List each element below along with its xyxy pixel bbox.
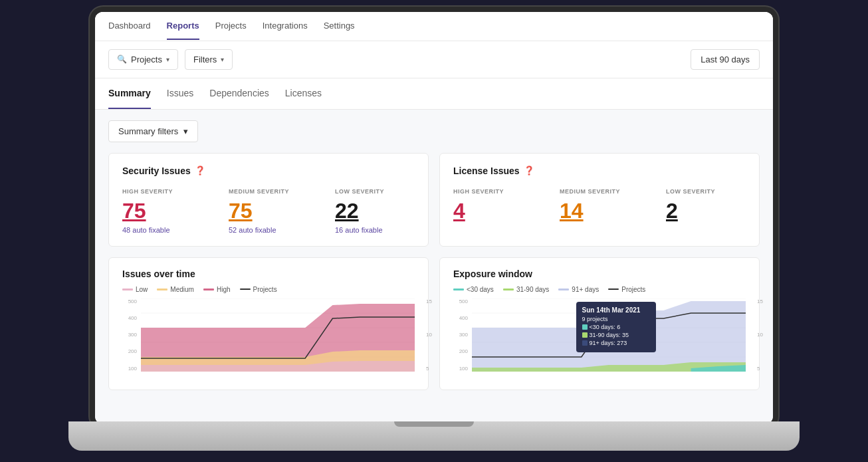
license-medium-label: MEDIUM SEVERITY <box>560 188 639 195</box>
tooltip-lt30-row: <30 days: 6 <box>582 324 650 330</box>
security-low-col: LOW SEVERITY 22 16 auto fixable <box>335 188 415 234</box>
main-content: Summary filters ▾ Security Issues ❓ <box>95 110 773 424</box>
issues-chart-svg-container[interactable]: 15 10 5 <box>141 298 415 372</box>
tooltip-projects: 9 projects <box>582 316 650 322</box>
legend-lt30: <30 days <box>453 286 494 293</box>
nav-dashboard[interactable]: Dashboard <box>108 13 151 40</box>
projects-color-dot <box>240 289 251 290</box>
exposure-window-legend: <30 days 31-90 days 91+ days <box>453 286 746 293</box>
filters-label: Filters <box>193 55 217 64</box>
right-axis-labels: 15 10 5 <box>426 298 432 372</box>
legend-31-90: 31-90 days <box>503 286 549 293</box>
exposure-chart-svg-container[interactable]: Sun 14th Mar 2021 9 projects <30 days: 6… <box>472 298 746 372</box>
license-issues-card: License Issues ❓ HIGH SEVERITY 4 MEDIUM … <box>439 153 760 247</box>
nav-integrations[interactable]: Integrations <box>263 13 308 40</box>
toolbar-left: 🔍 Projects ▾ Filters ▾ <box>108 49 233 70</box>
legend-medium: Medium <box>157 286 194 293</box>
exposure-right-labels: 15 10 5 <box>757 298 763 372</box>
security-high-value[interactable]: 75 <box>122 199 202 223</box>
security-severity-row: HIGH SEVERITY 75 48 auto fixable MEDIUM … <box>122 188 415 234</box>
top-nav: Dashboard Reports Projects Integrations … <box>95 12 773 41</box>
license-low-label: LOW SEVERITY <box>666 188 746 195</box>
license-high-value[interactable]: 4 <box>453 199 533 223</box>
security-medium-auto[interactable]: 52 auto fixable <box>229 226 308 234</box>
legend-high: High <box>203 286 231 293</box>
charts-section: Issues over time Low Medium <box>108 257 760 390</box>
tooltip-91plus-row: 91+ days: 273 <box>582 340 650 346</box>
license-medium-col: MEDIUM SEVERITY 14 <box>560 188 639 226</box>
tooltip-31-90-row: 31-90 days: 35 <box>582 332 650 338</box>
security-medium-col: MEDIUM SEVERITY 75 52 auto fixable <box>229 188 308 234</box>
nav-projects[interactable]: Projects <box>215 13 247 40</box>
help-icon[interactable]: ❓ <box>195 166 205 175</box>
legend-91plus: 91+ days <box>558 286 599 293</box>
license-severity-row: HIGH SEVERITY 4 MEDIUM SEVERITY 14 LOW S… <box>453 188 746 226</box>
nav-settings[interactable]: Settings <box>324 13 355 40</box>
license-low-col: LOW SEVERITY 2 <box>666 188 746 226</box>
security-issues-card: Security Issues ❓ HIGH SEVERITY 75 48 au… <box>108 153 429 247</box>
tab-dependencies[interactable]: Dependencies <box>209 78 269 109</box>
security-medium-value[interactable]: 75 <box>229 199 308 223</box>
security-low-auto[interactable]: 16 auto fixable <box>335 226 415 234</box>
medium-color-dot <box>157 289 167 290</box>
exposure-y-labels: 500 400 300 200 100 <box>453 298 469 372</box>
issues-over-time-legend: Low Medium High <box>122 286 415 293</box>
tooltip-title: Sun 14th Mar 2021 <box>582 306 650 314</box>
d31-90-dot <box>503 289 514 290</box>
chevron-down-icon: ▾ <box>221 56 224 63</box>
legend-projects: Projects <box>240 286 277 293</box>
projects-dot-exp <box>608 289 619 290</box>
security-medium-label: MEDIUM SEVERITY <box>229 188 308 195</box>
security-high-auto[interactable]: 48 auto fixable <box>122 226 202 234</box>
chevron-down-icon: ▾ <box>183 126 188 136</box>
y-axis-labels: 500 400 300 200 100 <box>122 298 138 372</box>
summary-filter-row: Summary filters ▾ <box>108 120 760 142</box>
search-icon: 🔍 <box>117 55 127 64</box>
license-medium-value[interactable]: 14 <box>560 199 639 223</box>
laptop-base <box>68 421 800 451</box>
toolbar: 🔍 Projects ▾ Filters ▾ Last 90 days <box>95 41 773 78</box>
issues-over-time-chart: Issues over time Low Medium <box>108 257 429 390</box>
tab-summary[interactable]: Summary <box>108 78 151 109</box>
tab-issues[interactable]: Issues <box>167 78 193 109</box>
exposure-window-chart: Exposure window <30 days 31-90 days <box>439 257 760 390</box>
issues-over-time-title: Issues over time <box>122 269 415 279</box>
help-icon[interactable]: ❓ <box>524 166 534 175</box>
projects-dropdown[interactable]: 🔍 Projects ▾ <box>108 49 178 70</box>
tab-licenses[interactable]: Licenses <box>285 78 322 109</box>
license-issues-title: License Issues ❓ <box>453 166 746 176</box>
tooltip-lt30-dot <box>582 324 588 330</box>
security-low-value[interactable]: 22 <box>335 199 415 223</box>
projects-label: Projects <box>131 55 162 64</box>
license-high-label: HIGH SEVERITY <box>453 188 533 195</box>
chevron-down-icon: ▾ <box>166 56 169 63</box>
exposure-window-title: Exposure window <box>453 269 746 279</box>
legend-low: Low <box>122 286 148 293</box>
security-issues-title: Security Issues ❓ <box>122 166 415 176</box>
date-range-button[interactable]: Last 90 days <box>691 49 760 70</box>
low-color-dot <box>122 289 133 290</box>
d91plus-dot <box>558 289 569 290</box>
summary-filters-button[interactable]: Summary filters ▾ <box>108 120 198 142</box>
tooltip-31-90-dot <box>582 332 588 338</box>
summary-filters-label: Summary filters <box>118 126 178 136</box>
license-low-value[interactable]: 2 <box>666 199 746 223</box>
license-high-col: HIGH SEVERITY 4 <box>453 188 533 226</box>
main-tabs: Summary Issues Dependencies Licenses <box>95 78 773 110</box>
security-low-label: LOW SEVERITY <box>335 188 415 195</box>
metric-cards: Security Issues ❓ HIGH SEVERITY 75 48 au… <box>108 153 760 247</box>
exposure-tooltip: Sun 14th Mar 2021 9 projects <30 days: 6… <box>576 302 656 352</box>
legend-projects-exp: Projects <box>608 286 645 293</box>
high-color-dot <box>203 289 214 290</box>
filters-dropdown[interactable]: Filters ▾ <box>185 49 233 70</box>
security-high-label: HIGH SEVERITY <box>122 188 202 195</box>
nav-reports[interactable]: Reports <box>167 13 199 40</box>
lt30-dot <box>453 289 464 290</box>
security-high-col: HIGH SEVERITY 75 48 auto fixable <box>122 188 202 234</box>
tooltip-91plus-dot <box>582 340 588 346</box>
